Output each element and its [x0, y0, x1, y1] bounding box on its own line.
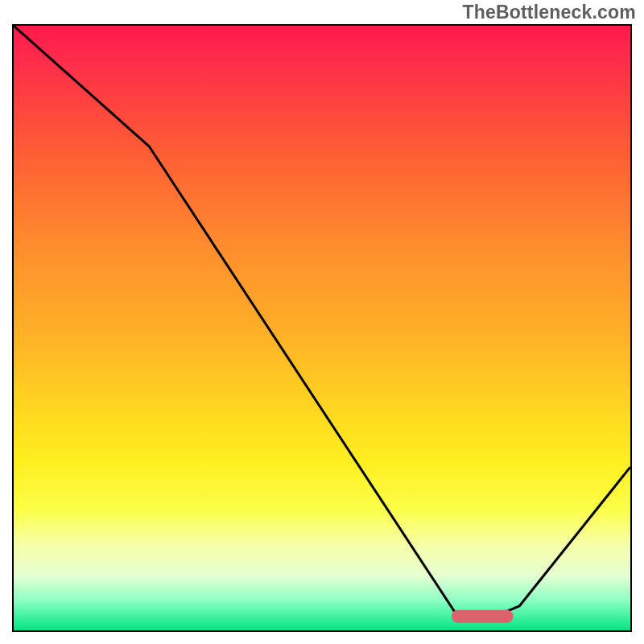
svg-rect-0: [452, 610, 514, 623]
plot-area: [12, 24, 632, 632]
chart-container: TheBottleneck.com: [0, 0, 644, 644]
watermark-text: TheBottleneck.com: [462, 2, 636, 23]
optimal-range-marker: [14, 26, 630, 630]
